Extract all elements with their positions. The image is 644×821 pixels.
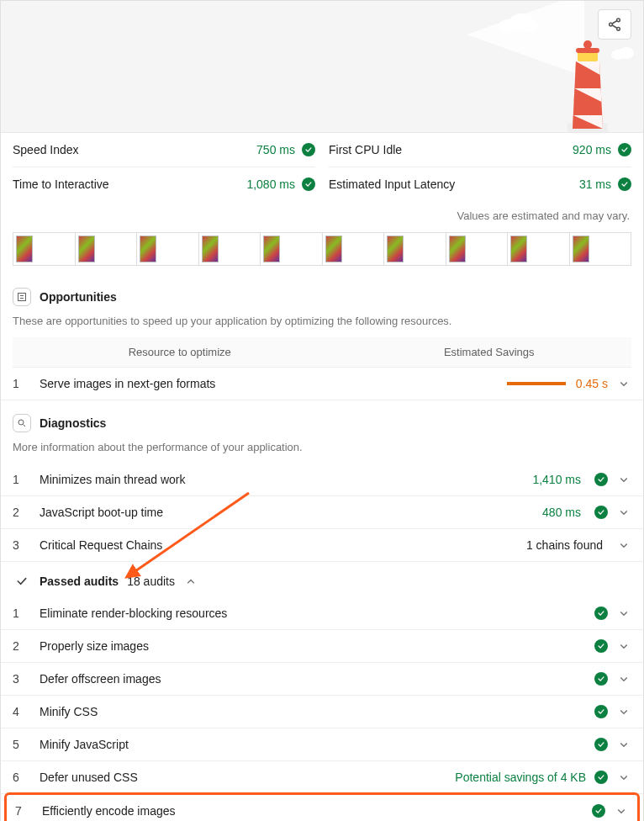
filmstrip-frame: [76, 232, 138, 266]
diagnostic-row[interactable]: 1 Minimizes main thread work 1,410 ms: [1, 463, 643, 496]
row-value: 480 ms: [542, 506, 581, 519]
metric-value: 1,080 ms: [246, 177, 295, 191]
savings-bar: [507, 382, 566, 385]
metric-row: Speed Index 750 ms: [13, 133, 315, 167]
chevron-down-icon: [616, 737, 631, 752]
chevron-up-icon: [183, 574, 198, 589]
row-value: 1 chains found: [526, 538, 603, 552]
pass-icon: [618, 177, 631, 191]
chevron-down-icon: [616, 770, 631, 785]
pass-icon: [302, 143, 315, 156]
audit-count: 18 audits: [127, 575, 175, 588]
chevron-down-icon: [616, 606, 631, 621]
passed-audit-row[interactable]: 1 Eliminate render-blocking resources: [1, 597, 643, 630]
filmstrip-frame: [508, 232, 570, 266]
chevron-down-icon: [616, 638, 631, 654]
passed-audit-row-highlighted[interactable]: 7 Efficiently encode images: [4, 792, 640, 821]
row-label: Minify JavaScript: [40, 738, 586, 751]
svg-rect-14: [18, 294, 26, 301]
row-label: JavaScript boot-up time: [40, 506, 534, 519]
metric-value: 750 ms: [256, 143, 295, 156]
passed-audit-row[interactable]: 5 Minify JavaScript: [1, 728, 643, 761]
share-button[interactable]: [598, 9, 631, 40]
passed-audit-row[interactable]: 6 Defer unused CSS Potential savings of …: [1, 761, 643, 794]
metric-value: 31 ms: [579, 177, 611, 191]
filmstrip-frame: [570, 232, 632, 266]
pass-icon: [594, 639, 608, 653]
disclaimer-text: Values are estimated and may vary.: [1, 201, 643, 232]
pass-icon: [618, 143, 631, 156]
pass-icon: [592, 804, 605, 818]
filmstrip-frame: [446, 232, 509, 266]
diagnostic-row[interactable]: 2 JavaScript boot-up time 480 ms: [1, 496, 643, 529]
row-value: 1,410 ms: [532, 473, 581, 486]
section-description: These are opportunities to speed up your…: [1, 311, 643, 337]
metric-label: Estimated Input Latency: [329, 177, 455, 191]
row-index: 2: [13, 506, 31, 519]
filmstrip-frame: [199, 232, 261, 266]
row-index: 3: [13, 672, 31, 686]
metric-label: Time to Interactive: [13, 177, 109, 191]
metrics-grid: Speed Index 750 ms Time to Interactive 1…: [1, 133, 643, 201]
svg-point-2: [521, 20, 538, 32]
chevron-down-icon: [616, 505, 631, 520]
row-label: Efficiently encode images: [42, 804, 583, 818]
svg-point-17: [18, 420, 24, 425]
opportunity-row[interactable]: 1 Serve images in next-gen formats 0.45 …: [1, 368, 643, 400]
passed-audit-row[interactable]: 4 Minify CSS: [1, 696, 643, 728]
row-index: 3: [13, 538, 31, 552]
row-index: 7: [15, 804, 34, 818]
search-icon: [13, 414, 31, 432]
pass-icon: [594, 473, 608, 486]
row-index: 2: [13, 639, 31, 653]
row-label: Defer unused CSS: [40, 771, 446, 784]
opportunities-columns: Resource to optimize Estimated Savings: [13, 337, 631, 368]
chevron-down-icon: [616, 472, 631, 487]
column-header: Estimated Savings: [346, 337, 631, 367]
metric-row: First CPU Idle 920 ms: [329, 133, 631, 167]
row-label: Eliminate render-blocking resources: [40, 606, 586, 620]
section-title: Opportunities: [40, 290, 117, 304]
svg-point-4: [619, 47, 634, 59]
section-title: Passed audits: [40, 575, 119, 588]
metric-row: Estimated Input Latency 31 ms: [329, 167, 631, 201]
row-extra: Potential savings of 4 KB: [455, 771, 586, 784]
row-index: 4: [13, 705, 31, 718]
lighthouse-icon: [567, 40, 608, 132]
metric-row: Time to Interactive 1,080 ms: [13, 167, 315, 201]
report-header: [1, 1, 643, 133]
column-header: Resource to optimize: [13, 337, 346, 367]
passed-audits-header[interactable]: Passed audits 18 audits: [1, 562, 643, 597]
diagnostic-row[interactable]: 3 Critical Request Chains 1 chains found: [1, 529, 643, 562]
cloud-icon: [610, 45, 635, 60]
opportunities-icon: [13, 288, 31, 306]
metric-value: 920 ms: [573, 143, 611, 156]
row-label: Serve images in next-gen formats: [40, 377, 465, 390]
passed-audit-row[interactable]: 3 Defer offscreen images: [1, 663, 643, 696]
filmstrip-frame: [323, 232, 385, 266]
filmstrip-frame: [261, 232, 323, 266]
pass-icon: [594, 738, 608, 751]
row-label: Critical Request Chains: [40, 538, 518, 552]
row-label: Minimizes main thread work: [40, 473, 524, 486]
row-index: 5: [13, 738, 31, 751]
svg-line-13: [612, 25, 617, 29]
filmstrip-frame: [384, 232, 446, 266]
check-icon: [13, 572, 31, 591]
pass-icon: [594, 506, 608, 519]
pass-icon: [594, 705, 608, 718]
opportunities-header: Opportunities: [1, 283, 643, 311]
section-description: More information about the performance o…: [1, 437, 643, 463]
section-title: Diagnostics: [40, 416, 106, 430]
chevron-down-icon: [616, 376, 631, 391]
pass-icon: [302, 177, 315, 191]
cloud-icon: [496, 9, 538, 33]
passed-audit-row[interactable]: 2 Properly size images: [1, 630, 643, 663]
filmstrip-frame: [13, 232, 76, 266]
filmstrip: [1, 232, 643, 283]
filmstrip-frame: [137, 232, 199, 266]
chevron-down-icon: [616, 704, 631, 719]
row-index: 1: [13, 606, 31, 620]
row-label: Defer offscreen images: [40, 672, 586, 686]
metric-label: Speed Index: [13, 143, 79, 156]
